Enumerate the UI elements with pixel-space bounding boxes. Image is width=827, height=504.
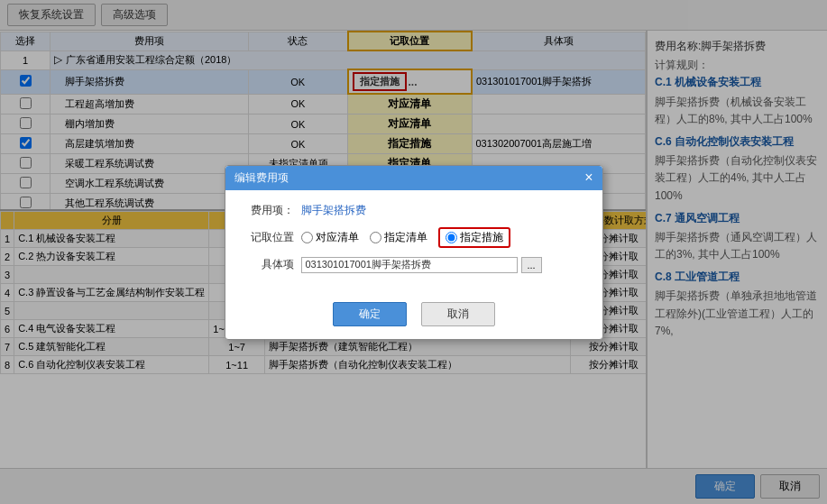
radio-designated-measure[interactable]: 指定措施 (438, 227, 510, 248)
dialog-ok-btn[interactable]: 确定 (333, 302, 407, 326)
detail-input-field[interactable] (301, 257, 518, 273)
detail-input-row: ... (301, 257, 588, 273)
radio-corresponding-list-input[interactable] (301, 232, 313, 243)
dialog-title-text: 编辑费用项 (234, 170, 289, 186)
dialog-pos-row: 记取位置 对应清单 指定清单 指定措施 (240, 227, 588, 248)
dialog-close-btn[interactable]: × (584, 170, 593, 185)
dialog-fee-value: 脚手架搭拆费 (301, 203, 366, 218)
edit-dialog: 编辑费用项 × 费用项： 脚手架搭拆费 记取位置 对应清单 指定 (225, 165, 603, 340)
detail-dots-btn[interactable]: ... (521, 257, 542, 273)
dialog-title-bar: 编辑费用项 × (225, 166, 602, 190)
dialog-fee-label: 费用项： (240, 203, 294, 218)
dialog-pos-label: 记取位置 (240, 230, 294, 245)
radio-group-pos: 对应清单 指定清单 指定措施 (301, 227, 510, 248)
radio-designated-list-input[interactable] (370, 232, 381, 243)
radio-designated-list[interactable]: 指定清单 (370, 230, 427, 245)
dialog-body: 费用项： 脚手架搭拆费 记取位置 对应清单 指定清单 (225, 190, 602, 295)
dialog-cancel-btn[interactable]: 取消 (421, 302, 495, 326)
radio-corresponding-list[interactable]: 对应清单 (301, 230, 359, 245)
dialog-detail-label: 具体项 (240, 257, 294, 272)
dialog-footer: 确定 取消 (225, 295, 602, 339)
dialog-detail-row: 具体项 ... (240, 257, 588, 273)
dialog-fee-row: 费用项： 脚手架搭拆费 (240, 203, 588, 218)
dialog-overlay: 编辑费用项 × 费用项： 脚手架搭拆费 记取位置 对应清单 指定 (0, 0, 827, 504)
radio-designated-measure-input[interactable] (446, 232, 457, 243)
